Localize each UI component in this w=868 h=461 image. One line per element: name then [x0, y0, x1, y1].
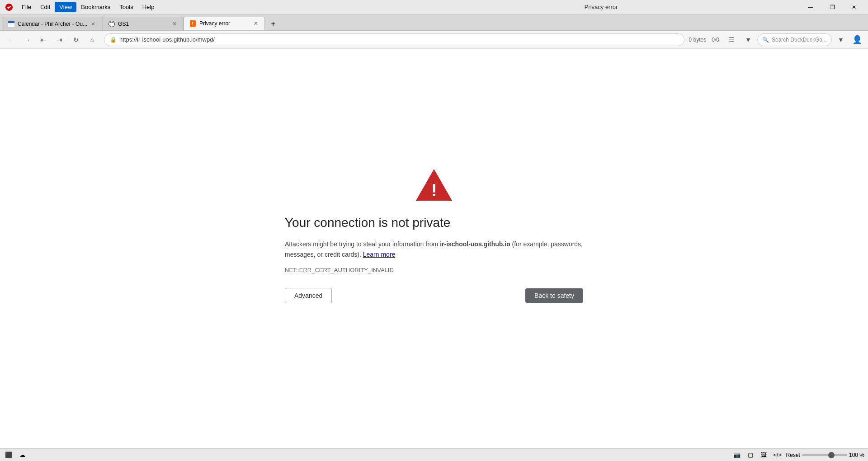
error-buttons: Advanced Back to safety [285, 288, 583, 303]
svg-text:!: ! [192, 21, 193, 26]
status-camera-button[interactable]: 📷 [732, 450, 742, 460]
svg-rect-4 [11, 24, 12, 24]
warning-triangle-icon: ! [414, 167, 454, 203]
tab-close-privacy[interactable]: ✕ [253, 19, 259, 28]
user-avatar[interactable]: 👤 [850, 33, 864, 47]
warning-icon-container: ! [414, 167, 454, 205]
error-desc-part1: Attackers might be trying to steal your … [285, 240, 440, 248]
maximize-button[interactable]: ❐ [822, 0, 843, 14]
search-dropdown[interactable]: ▼ [834, 33, 848, 47]
tab-favicon-gs1 [108, 20, 115, 28]
advanced-button[interactable]: Advanced [285, 288, 332, 303]
search-icon: 🔍 [762, 37, 769, 43]
tab-favicon-calendar [8, 20, 15, 28]
menu-bar: File Edit View Bookmarks Tools Help [4, 2, 402, 13]
svg-rect-2 [8, 21, 14, 23]
forward-button[interactable]: → [20, 33, 34, 47]
back-to-safety-button[interactable]: Back to safety [525, 288, 583, 303]
error-domain: ir-ischool-uos.github.io [440, 240, 510, 248]
status-bar: ⬛ ☁ 📷 ▢ 🖼 </> Reset 100 % [0, 448, 868, 461]
home-button[interactable]: ⌂ [85, 33, 99, 47]
nav-bar: ← → ⇤ ⇥ ↻ ⌂ 🔒 https://ir-ischool-uos.git… [0, 31, 868, 49]
tab-bar: Calendar - Phil Archer - Ou... ✕ GS1 ✕ !… [0, 14, 868, 31]
zoom-thumb[interactable] [828, 452, 835, 458]
skip-back-button[interactable]: ⇤ [36, 33, 51, 47]
reload-button[interactable]: ↻ [69, 33, 83, 47]
error-heading: Your connection is not private [285, 216, 450, 230]
back-button[interactable]: ← [4, 33, 18, 47]
status-screen-button[interactable]: ⬛ [4, 450, 14, 460]
title-bar: File Edit View Bookmarks Tools Help Priv… [0, 0, 868, 14]
tab-favicon-privacy: ! [189, 20, 197, 27]
tab-title-gs1: GS1 [118, 21, 169, 27]
url-text: https://ir-ischool-uos.github.io/mwpd/ [119, 36, 679, 43]
close-button[interactable]: ✕ [844, 0, 864, 14]
error-page: ! Your connection is not private Attacke… [276, 158, 592, 312]
bookmark-button[interactable]: ☰ [725, 33, 739, 47]
app-logo [4, 2, 14, 13]
search-bar[interactable]: 🔍 Search DuckDuckGo... [757, 33, 832, 46]
zoom-level: 100 % [849, 452, 864, 458]
svg-rect-3 [9, 24, 10, 24]
status-cloud-button[interactable]: ☁ [17, 450, 27, 460]
reset-label[interactable]: Reset [786, 452, 800, 458]
tab-gs1[interactable]: GS1 ✕ [102, 17, 184, 30]
new-tab-button[interactable]: + [267, 18, 279, 30]
page-count: 0/0 [712, 37, 719, 43]
search-placeholder: Search DuckDuckGo... [772, 37, 827, 43]
menu-help[interactable]: Help [138, 2, 159, 12]
bytes-info: 0 bytes [689, 37, 707, 43]
error-description: Attackers might be trying to steal your … [285, 239, 583, 259]
skip-forward-button[interactable]: ⇥ [52, 33, 67, 47]
svg-rect-1 [8, 23, 14, 27]
window-controls: — ❐ ✕ [800, 0, 864, 14]
tab-calendar[interactable]: Calendar - Phil Archer - Ou... ✕ [2, 17, 102, 30]
window-title: Privacy error [402, 4, 800, 10]
minimize-button[interactable]: — [800, 0, 821, 14]
status-code-button[interactable]: </> [773, 450, 783, 460]
tab-close-gs1[interactable]: ✕ [171, 20, 178, 28]
error-code: NET::ERR_CERT_AUTHORITY_INVALID [285, 267, 394, 273]
tab-privacy-error[interactable]: ! Privacy error ✕ [184, 17, 265, 30]
menu-file[interactable]: File [17, 2, 36, 12]
menu-tools[interactable]: Tools [115, 2, 137, 12]
address-bar[interactable]: 🔒 https://ir-ischool-uos.github.io/mwpd/ [104, 33, 684, 46]
status-window-button[interactable]: ▢ [745, 450, 755, 460]
tab-title-calendar: Calendar - Phil Archer - Ou... [18, 21, 87, 27]
tab-title-privacy: Privacy error [199, 20, 250, 27]
browser-content: ! Your connection is not private Attacke… [0, 49, 868, 448]
svg-rect-5 [13, 24, 14, 24]
nav-right-controls: 0 bytes 0/0 ☰ ▼ 🔍 Search DuckDuckGo... ▼… [689, 33, 864, 47]
menu-view[interactable]: View [55, 2, 76, 12]
zoom-slider[interactable] [802, 454, 847, 456]
learn-more-link[interactable]: Learn more [363, 251, 396, 258]
menu-edit[interactable]: Edit [36, 2, 55, 12]
menu-bookmarks[interactable]: Bookmarks [76, 2, 115, 12]
svg-text:!: ! [431, 181, 437, 200]
security-icon: 🔒 [110, 37, 117, 43]
status-image-button[interactable]: 🖼 [759, 450, 769, 460]
zoom-controls: Reset 100 % [786, 452, 864, 458]
tab-close-calendar[interactable]: ✕ [90, 20, 96, 28]
bookmark-dropdown[interactable]: ▼ [741, 33, 755, 47]
